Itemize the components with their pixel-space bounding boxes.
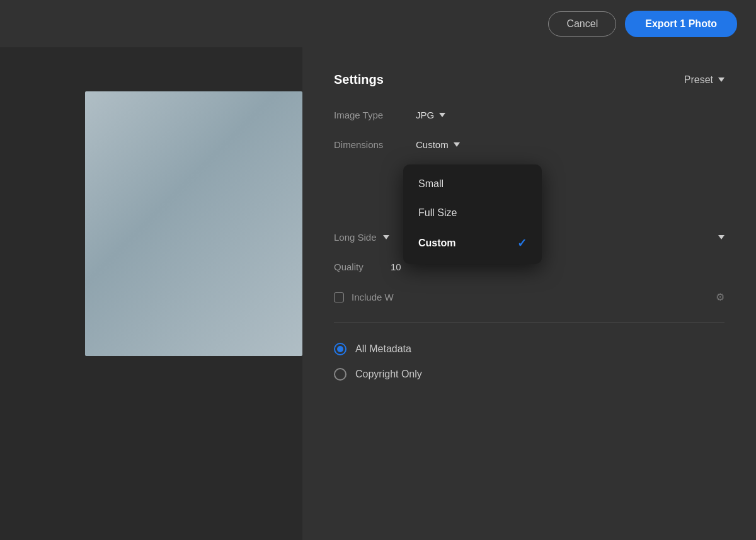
dimensions-chevron-icon xyxy=(454,142,460,147)
image-type-label: Image Type xyxy=(334,110,416,120)
preset-chevron-icon xyxy=(718,78,724,82)
dropdown-item-custom-label: Custom xyxy=(418,238,456,249)
settings-header: Settings Preset xyxy=(334,72,724,87)
image-type-value: JPG xyxy=(416,110,434,120)
dropdown-item-custom[interactable]: Custom ✓ xyxy=(403,227,542,259)
include-row: Include W ⚙ xyxy=(334,291,724,303)
dimensions-label: Dimensions xyxy=(334,139,416,150)
long-side-label: Long Side xyxy=(334,232,389,243)
divider xyxy=(334,322,724,323)
all-metadata-radio[interactable] xyxy=(334,343,346,355)
image-type-row: Image Type JPG xyxy=(334,110,724,120)
dimensions-dropdown-menu: Small Full Size Custom ✓ xyxy=(403,164,542,264)
copyright-only-radio[interactable] xyxy=(334,368,346,381)
dropdown-item-fullsize-label: Full Size xyxy=(418,207,457,219)
gear-icon[interactable]: ⚙ xyxy=(716,291,724,303)
settings-title: Settings xyxy=(334,72,384,87)
check-icon: ✓ xyxy=(517,236,527,250)
settings-panel: Settings Preset Image Type JPG Dimension… xyxy=(302,47,756,540)
top-bar: Cancel Export 1 Photo xyxy=(0,0,756,47)
dimensions-dropdown[interactable]: Custom xyxy=(416,139,460,150)
long-side-value-chevron-icon xyxy=(718,235,724,239)
image-type-dropdown[interactable]: JPG xyxy=(416,110,445,120)
include-checkbox[interactable] xyxy=(334,292,344,302)
metadata-all-row: All Metadata xyxy=(334,343,724,355)
preset-dropdown[interactable]: Preset xyxy=(684,74,724,86)
dimensions-row: Dimensions Custom Small Full Size Custom… xyxy=(334,139,724,150)
image-preview xyxy=(85,91,302,356)
dropdown-item-small[interactable]: Small xyxy=(403,169,542,198)
dimensions-value: Custom xyxy=(416,139,449,150)
all-metadata-radio-inner xyxy=(337,346,343,352)
all-metadata-label: All Metadata xyxy=(355,343,411,355)
metadata-copyright-row: Copyright Only xyxy=(334,368,724,381)
image-type-chevron-icon xyxy=(439,113,445,117)
copyright-only-label: Copyright Only xyxy=(355,369,422,380)
long-side-chevron-icon xyxy=(383,235,389,239)
preset-label: Preset xyxy=(684,74,713,86)
export-button[interactable]: Export 1 Photo xyxy=(625,11,737,37)
dropdown-item-small-label: Small xyxy=(418,178,444,190)
include-label: Include W xyxy=(352,292,394,302)
quality-value: 10 xyxy=(391,261,401,272)
cancel-button[interactable]: Cancel xyxy=(548,11,616,37)
dropdown-item-fullsize[interactable]: Full Size xyxy=(403,198,542,227)
quality-label: Quality xyxy=(334,261,391,272)
left-panel xyxy=(0,47,302,540)
